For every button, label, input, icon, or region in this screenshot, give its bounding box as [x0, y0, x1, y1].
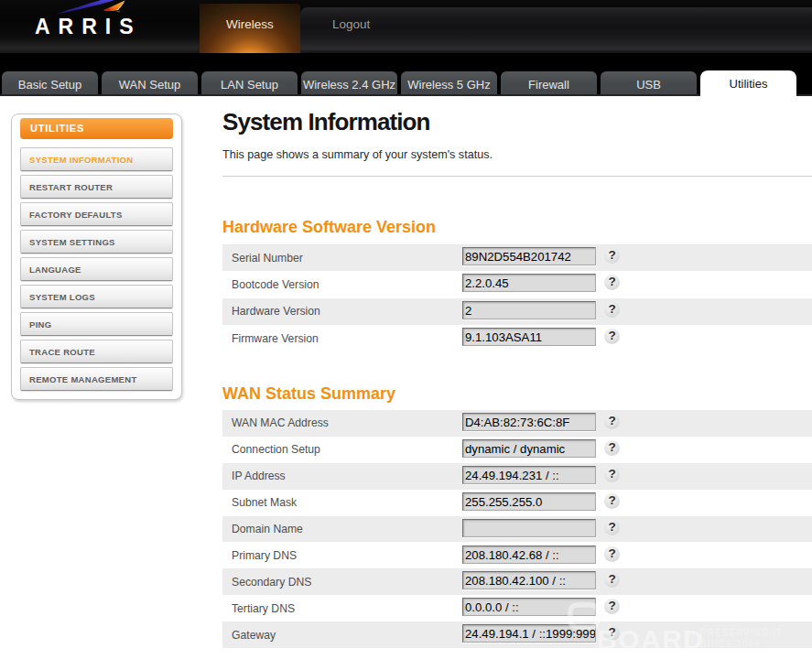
svg-text:™: ™ [117, 11, 121, 15]
